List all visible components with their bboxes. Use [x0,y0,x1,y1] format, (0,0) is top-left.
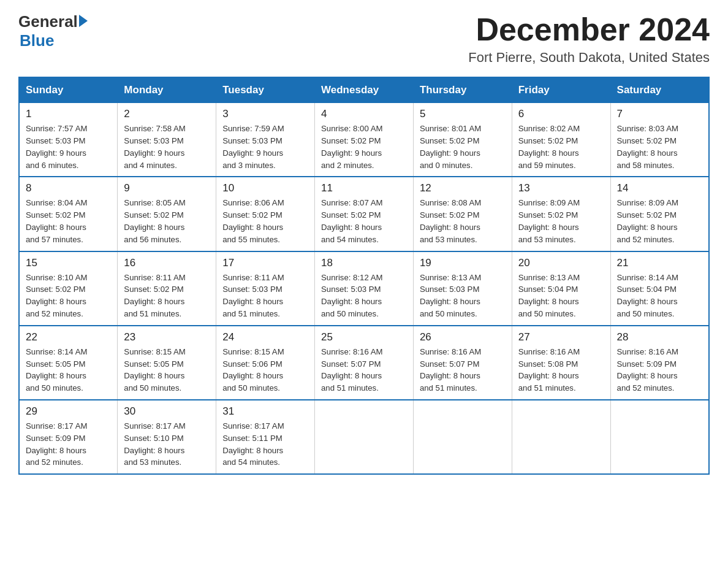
table-row: 9 Sunrise: 8:05 AMSunset: 5:02 PMDayligh… [118,177,216,251]
day-info: Sunrise: 8:00 AMSunset: 5:02 PMDaylight:… [321,123,407,171]
day-info: Sunrise: 8:10 AMSunset: 5:02 PMDaylight:… [26,272,111,320]
header-sunday: Sunday [19,77,118,103]
table-row: 8 Sunrise: 8:04 AMSunset: 5:02 PMDayligh… [19,177,118,251]
day-number: 26 [420,331,506,343]
day-info: Sunrise: 8:13 AMSunset: 5:03 PMDaylight:… [420,272,506,320]
table-row: 4 Sunrise: 8:00 AMSunset: 5:02 PMDayligh… [315,103,414,177]
day-number: 6 [518,108,604,120]
day-info: Sunrise: 8:05 AMSunset: 5:02 PMDaylight:… [124,197,210,245]
table-row: 14 Sunrise: 8:09 AMSunset: 5:02 PMDaylig… [610,177,709,251]
day-info: Sunrise: 8:16 AMSunset: 5:08 PMDaylight:… [518,346,604,394]
table-row: 28 Sunrise: 8:16 AMSunset: 5:09 PMDaylig… [610,326,709,400]
day-number: 25 [321,331,407,343]
day-info: Sunrise: 8:14 AMSunset: 5:05 PMDaylight:… [26,346,111,394]
day-info: Sunrise: 8:14 AMSunset: 5:04 PMDaylight:… [617,272,702,320]
header-thursday: Thursday [413,77,512,103]
header-wednesday: Wednesday [315,77,414,103]
calendar-week-row: 8 Sunrise: 8:04 AMSunset: 5:02 PMDayligh… [19,177,709,251]
table-row: 15 Sunrise: 8:10 AMSunset: 5:02 PMDaylig… [19,251,118,326]
day-info: Sunrise: 8:03 AMSunset: 5:02 PMDaylight:… [617,123,702,171]
day-number: 20 [518,257,604,269]
table-row: 18 Sunrise: 8:12 AMSunset: 5:03 PMDaylig… [315,251,414,326]
logo-arrow-icon [79,15,88,27]
table-row: 25 Sunrise: 8:16 AMSunset: 5:07 PMDaylig… [315,326,414,400]
day-info: Sunrise: 7:59 AMSunset: 5:03 PMDaylight:… [222,123,308,171]
day-info: Sunrise: 8:07 AMSunset: 5:02 PMDaylight:… [321,197,407,245]
day-number: 4 [321,108,407,120]
day-info: Sunrise: 8:13 AMSunset: 5:04 PMDaylight:… [518,272,604,320]
day-number: 14 [617,182,702,194]
day-number: 28 [617,331,702,343]
day-info: Sunrise: 8:11 AMSunset: 5:03 PMDaylight:… [222,272,308,320]
table-row: 12 Sunrise: 8:08 AMSunset: 5:02 PMDaylig… [413,177,512,251]
table-row: 23 Sunrise: 8:15 AMSunset: 5:05 PMDaylig… [118,326,216,400]
day-number: 1 [26,108,111,120]
day-info: Sunrise: 8:08 AMSunset: 5:02 PMDaylight:… [420,197,506,245]
calendar-week-row: 15 Sunrise: 8:10 AMSunset: 5:02 PMDaylig… [19,251,709,326]
calendar-week-row: 22 Sunrise: 8:14 AMSunset: 5:05 PMDaylig… [19,326,709,400]
day-info: Sunrise: 8:16 AMSunset: 5:07 PMDaylight:… [420,346,506,394]
table-row: 31 Sunrise: 8:17 AMSunset: 5:11 PMDaylig… [216,400,315,474]
day-number: 5 [420,108,506,120]
calendar-header-row: Sunday Monday Tuesday Wednesday Thursday… [19,77,709,103]
table-row: 26 Sunrise: 8:16 AMSunset: 5:07 PMDaylig… [413,326,512,400]
table-row: 21 Sunrise: 8:14 AMSunset: 5:04 PMDaylig… [610,251,709,326]
table-row: 13 Sunrise: 8:09 AMSunset: 5:02 PMDaylig… [512,177,610,251]
day-number: 7 [617,108,702,120]
page-title: December 2024 [468,12,710,47]
table-row [315,400,414,474]
day-info: Sunrise: 8:11 AMSunset: 5:02 PMDaylight:… [124,272,210,320]
day-info: Sunrise: 8:04 AMSunset: 5:02 PMDaylight:… [26,197,111,245]
table-row: 5 Sunrise: 8:01 AMSunset: 5:02 PMDayligh… [413,103,512,177]
day-number: 11 [321,182,407,194]
day-info: Sunrise: 8:16 AMSunset: 5:09 PMDaylight:… [617,346,702,394]
table-row: 3 Sunrise: 7:59 AMSunset: 5:03 PMDayligh… [216,103,315,177]
table-row: 2 Sunrise: 7:58 AMSunset: 5:03 PMDayligh… [118,103,216,177]
day-info: Sunrise: 7:57 AMSunset: 5:03 PMDaylight:… [26,123,111,171]
day-info: Sunrise: 8:16 AMSunset: 5:07 PMDaylight:… [321,346,407,394]
table-row [512,400,610,474]
day-info: Sunrise: 8:06 AMSunset: 5:02 PMDaylight:… [222,197,308,245]
day-number: 3 [222,108,308,120]
day-number: 29 [26,405,111,418]
day-info: Sunrise: 8:15 AMSunset: 5:06 PMDaylight:… [222,346,308,394]
table-row: 11 Sunrise: 8:07 AMSunset: 5:02 PMDaylig… [315,177,414,251]
day-info: Sunrise: 8:17 AMSunset: 5:11 PMDaylight:… [222,420,308,469]
day-info: Sunrise: 8:17 AMSunset: 5:10 PMDaylight:… [124,420,210,469]
day-info: Sunrise: 8:02 AMSunset: 5:02 PMDaylight:… [518,123,604,171]
title-area: December 2024 Fort Pierre, South Dakota,… [468,12,710,66]
day-number: 15 [26,257,111,269]
logo-general-text: General [18,12,78,31]
day-info: Sunrise: 8:09 AMSunset: 5:02 PMDaylight:… [518,197,604,245]
day-info: Sunrise: 8:15 AMSunset: 5:05 PMDaylight:… [124,346,210,394]
day-info: Sunrise: 8:01 AMSunset: 5:02 PMDaylight:… [420,123,506,171]
table-row [413,400,512,474]
header-tuesday: Tuesday [216,77,315,103]
page-subtitle: Fort Pierre, South Dakota, United States [468,50,710,66]
table-row: 7 Sunrise: 8:03 AMSunset: 5:02 PMDayligh… [610,103,709,177]
day-number: 27 [518,331,604,343]
table-row: 30 Sunrise: 8:17 AMSunset: 5:10 PMDaylig… [118,400,216,474]
day-info: Sunrise: 7:58 AMSunset: 5:03 PMDaylight:… [124,123,210,171]
table-row: 10 Sunrise: 8:06 AMSunset: 5:02 PMDaylig… [216,177,315,251]
day-number: 2 [124,108,210,120]
day-number: 18 [321,257,407,269]
day-number: 31 [222,405,308,418]
table-row [610,400,709,474]
day-info: Sunrise: 8:12 AMSunset: 5:03 PMDaylight:… [321,272,407,320]
table-row: 20 Sunrise: 8:13 AMSunset: 5:04 PMDaylig… [512,251,610,326]
day-info: Sunrise: 8:17 AMSunset: 5:09 PMDaylight:… [26,420,111,469]
table-row: 27 Sunrise: 8:16 AMSunset: 5:08 PMDaylig… [512,326,610,400]
day-info: Sunrise: 8:09 AMSunset: 5:02 PMDaylight:… [617,197,702,245]
day-number: 10 [222,182,308,194]
table-row: 1 Sunrise: 7:57 AMSunset: 5:03 PMDayligh… [19,103,118,177]
calendar-week-row: 29 Sunrise: 8:17 AMSunset: 5:09 PMDaylig… [19,400,709,474]
header: General Blue December 2024 Fort Pierre, … [18,12,710,66]
header-monday: Monday [118,77,216,103]
day-number: 22 [26,331,111,343]
day-number: 23 [124,331,210,343]
table-row: 22 Sunrise: 8:14 AMSunset: 5:05 PMDaylig… [19,326,118,400]
table-row: 16 Sunrise: 8:11 AMSunset: 5:02 PMDaylig… [118,251,216,326]
calendar-table: Sunday Monday Tuesday Wednesday Thursday… [18,77,710,475]
day-number: 16 [124,257,210,269]
